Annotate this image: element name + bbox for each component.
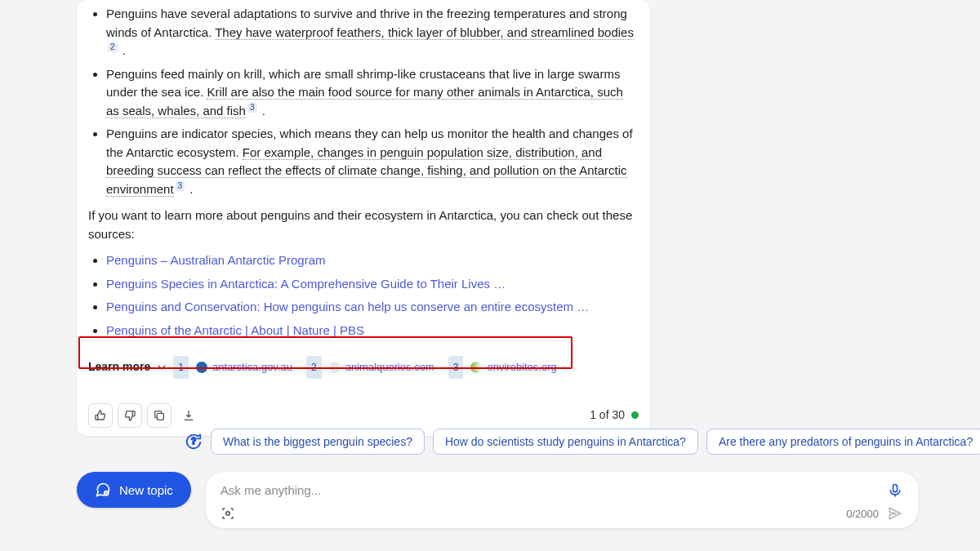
suggestion-chip[interactable]: What is the biggest penguin species? (211, 429, 425, 455)
fact-item: Penguins have several adaptations to sur… (106, 5, 639, 60)
new-topic-label: New topic (119, 483, 173, 497)
response-counter-group: 1 of 30 (590, 407, 639, 424)
status-dot-icon (631, 411, 639, 419)
source-chip-group[interactable]: 2 animalqueries.com (306, 356, 442, 379)
input-row (220, 480, 903, 500)
response-counter: 1 of 30 (590, 407, 625, 424)
favicon-icon (329, 362, 341, 373)
suggestions-row: ? What is the biggest penguin species? H… (185, 429, 918, 455)
followup-text: If you want to learn more about penguins… (88, 207, 639, 243)
source-number: 3 (448, 356, 464, 379)
source-chip-group[interactable]: 3 envirobites.org (448, 356, 564, 379)
favicon-icon (196, 362, 207, 373)
svg-rect-3 (893, 484, 898, 491)
thumbs-down-button[interactable] (118, 403, 142, 428)
citation-badge[interactable]: 3 (176, 181, 185, 191)
facts-list: Penguins have several adaptations to sur… (88, 5, 639, 198)
thumbs-up-button[interactable] (88, 403, 113, 428)
source-link[interactable]: Penguins Species in Antarctica: A Compre… (106, 277, 506, 291)
chat-input[interactable] (220, 480, 887, 500)
svg-text:?: ? (191, 437, 196, 446)
source-domain: animalqueries.com (345, 359, 434, 375)
visual-search-icon[interactable] (220, 506, 235, 521)
microphone-icon[interactable] (887, 482, 903, 499)
svg-point-4 (226, 512, 230, 516)
chat-input-card: 0/2000 (206, 472, 918, 528)
list-item: Penguins and Conservation: How penguins … (106, 298, 639, 317)
action-row: 1 of 30 (88, 395, 639, 428)
list-item: Penguins – Australian Antarctic Program (106, 251, 639, 270)
source-link[interactable]: Penguins of the Antarctic | About | Natu… (106, 323, 364, 337)
source-chip-group[interactable]: 1 antarctica.gov.au (173, 356, 300, 379)
char-counter: 0/2000 (846, 508, 879, 520)
export-button[interactable] (176, 403, 201, 428)
svg-rect-0 (157, 413, 163, 420)
source-number: 1 (173, 356, 189, 379)
new-topic-button[interactable]: New topic (77, 472, 191, 508)
source-links-list: Penguins – Australian Antarctic Program … (88, 251, 639, 340)
citation-badge[interactable]: 3 (247, 103, 257, 113)
char-counter-group: 0/2000 (846, 505, 903, 522)
bottom-area: New topic 0/2000 (77, 472, 918, 528)
chat-icon (95, 482, 111, 498)
learn-more-label: Learn more (88, 358, 150, 375)
send-icon[interactable] (887, 505, 903, 522)
source-number: 2 (306, 356, 322, 379)
fact-text-cited: They have waterproof feathers, thick lay… (215, 25, 634, 40)
source-link[interactable]: Penguins and Conservation: How penguins … (106, 300, 589, 313)
question-icon: ? (185, 429, 203, 454)
response-card: Penguins have several adaptations to sur… (77, 0, 650, 436)
input-bottom-row: 0/2000 (220, 505, 903, 522)
source-domain: envirobites.org (487, 359, 556, 375)
source-link[interactable]: Penguins – Australian Antarctic Program (106, 253, 325, 267)
list-item: Penguins Species in Antarctica: A Compre… (106, 275, 639, 294)
list-item: Penguins of the Antarctic | About | Natu… (106, 322, 639, 340)
suggestion-chip[interactable]: Are there any predators of penguins in A… (706, 429, 980, 455)
chevron-down-icon[interactable] (157, 362, 167, 372)
favicon-icon (470, 362, 482, 373)
source-domain: antarctica.gov.au (212, 359, 292, 375)
fact-item: Penguins are indicator species, which me… (106, 125, 639, 198)
citation-badge[interactable]: 2 (108, 42, 118, 52)
suggestion-chip[interactable]: How do scientists study penguins in Anta… (433, 429, 698, 455)
action-left (88, 403, 201, 428)
fact-item: Penguins feed mainly on krill, which are… (106, 65, 639, 121)
learn-more-row: Learn more 1 antarctica.gov.au 2 animalq… (88, 351, 639, 384)
copy-button[interactable] (147, 403, 172, 428)
